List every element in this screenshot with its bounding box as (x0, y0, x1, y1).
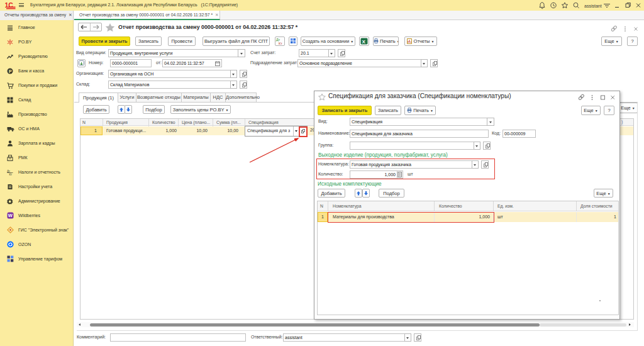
svg-text:Кт: Кт (9, 173, 13, 176)
svg-text:assistant: assistant (584, 4, 602, 8)
svg-text:Кт: Кт (279, 42, 282, 45)
svg-text:W: W (8, 213, 13, 218)
svg-text:X: X (362, 39, 366, 45)
svg-text:P: P (9, 69, 12, 74)
svg-text:1С: 1С (5, 2, 13, 9)
